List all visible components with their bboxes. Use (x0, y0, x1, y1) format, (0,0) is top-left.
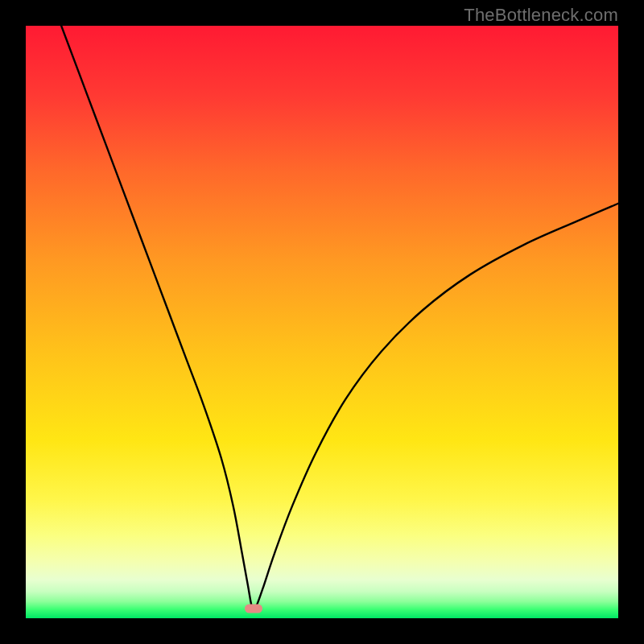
chart-frame: TheBottleneck.com (0, 0, 644, 644)
plot-area (26, 26, 618, 618)
watermark-text: TheBottleneck.com (464, 5, 618, 26)
plot-svg (26, 26, 618, 618)
gradient-background (26, 26, 618, 618)
minimum-marker (245, 605, 262, 613)
